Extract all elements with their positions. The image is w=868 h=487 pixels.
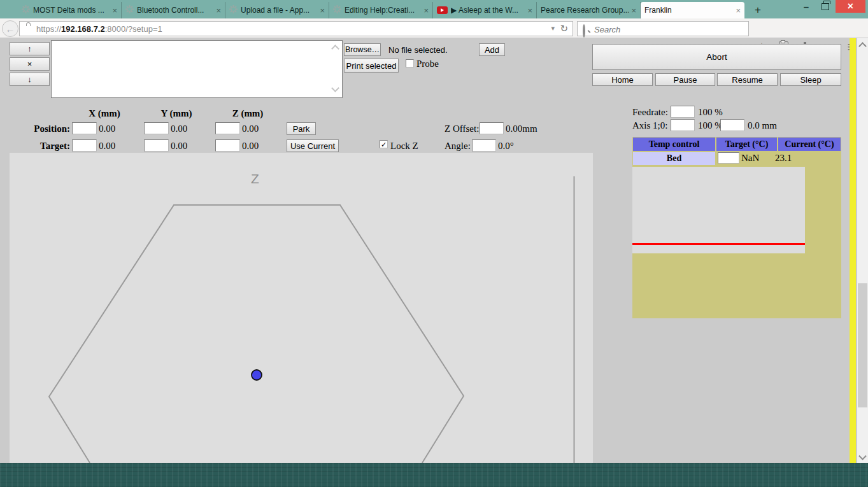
tab-franklin-active[interactable]: Franklin × bbox=[641, 2, 744, 18]
window-restore-button[interactable] bbox=[816, 0, 834, 13]
target-z-value: 0.00 bbox=[242, 141, 259, 152]
position-dot bbox=[252, 370, 262, 380]
loading-spinner-icon bbox=[22, 5, 30, 15]
back-button[interactable]: ← bbox=[2, 20, 18, 37]
park-button[interactable]: Park bbox=[287, 122, 316, 135]
target-y-input[interactable] bbox=[144, 139, 169, 152]
bed-view-canvas[interactable] bbox=[10, 153, 593, 463]
tab-editing-help[interactable]: Editing Help:Creati... × bbox=[329, 2, 433, 18]
target-x-input[interactable] bbox=[72, 139, 97, 152]
url-scheme: https:// bbox=[36, 24, 61, 34]
tab-close-icon[interactable]: × bbox=[423, 6, 429, 15]
temperature-graph-line bbox=[632, 243, 805, 245]
axis-percent-value: 100 % bbox=[698, 120, 723, 131]
position-x-input[interactable] bbox=[72, 122, 97, 134]
file-status-text: No file selected. bbox=[388, 45, 448, 55]
loading-spinner-icon bbox=[333, 5, 341, 15]
tab-close-icon[interactable]: × bbox=[736, 6, 741, 15]
url-bar[interactable]: https://192.168.7.2:8000/?setup=1 ▾ ↻ bbox=[19, 21, 573, 36]
tab-upload-a-file[interactable]: Upload a file - App... × bbox=[225, 2, 329, 18]
tab-bluetooth-controller[interactable]: Bluetooth Controll... × bbox=[122, 2, 225, 18]
position-y-input[interactable] bbox=[144, 122, 169, 134]
angle-label: Angle: bbox=[445, 141, 471, 152]
browser-tab-bar: MOST Delta mods ... × Bluetooth Controll… bbox=[0, 0, 868, 18]
reload-icon[interactable]: ↻ bbox=[560, 23, 568, 34]
feedrate-label: Feedrate: bbox=[632, 107, 668, 118]
axis-percent-input[interactable] bbox=[671, 119, 695, 131]
axis-mm-value: 0.0 mm bbox=[748, 120, 777, 131]
new-tab-button[interactable]: + bbox=[750, 3, 765, 17]
tab-youtube-asleep-at-the-wheel[interactable]: ▶ Asleep at the W... × bbox=[433, 2, 537, 18]
window-minimize-button[interactable]: – bbox=[797, 0, 815, 13]
loading-spinner-icon bbox=[229, 5, 238, 15]
scrollbar-down-icon[interactable] bbox=[858, 452, 867, 460]
tab-title: Bluetooth Controll... bbox=[137, 6, 213, 15]
feedrate-input[interactable] bbox=[671, 106, 695, 118]
angle-input[interactable] bbox=[472, 139, 496, 152]
sleep-button[interactable]: Sleep bbox=[780, 73, 841, 86]
z-offset-input[interactable] bbox=[480, 122, 504, 134]
abort-button[interactable]: Abort bbox=[592, 44, 841, 70]
tab-close-icon[interactable]: × bbox=[631, 6, 636, 15]
tab-close-icon[interactable]: × bbox=[216, 6, 221, 15]
temp-row-bed-label: Bed bbox=[633, 152, 715, 165]
lock-z-checkbox[interactable]: ✓ bbox=[380, 140, 388, 148]
home-button[interactable]: Home bbox=[592, 73, 653, 86]
resume-button[interactable]: Resume bbox=[717, 73, 778, 86]
url-text: https://192.168.7.2:8000/?setup=1 bbox=[36, 24, 162, 34]
tab-most-delta-mods[interactable]: MOST Delta mods ... × bbox=[18, 2, 122, 18]
queue-remove-button[interactable]: × bbox=[10, 57, 50, 71]
position-z-value: 0.00 bbox=[242, 124, 259, 134]
page-scrollbar[interactable] bbox=[857, 38, 868, 463]
column-header-z: Z (mm) bbox=[232, 108, 264, 119]
tab-pearce-research-group[interactable]: Pearce Research Group... × bbox=[537, 2, 641, 18]
url-dropdown-icon[interactable]: ▾ bbox=[551, 24, 555, 32]
tab-close-icon[interactable]: × bbox=[112, 6, 117, 15]
loading-spinner-icon bbox=[125, 5, 134, 15]
add-button[interactable]: Add bbox=[479, 43, 505, 56]
z-offset-value: 0.00mm bbox=[506, 124, 537, 134]
temp-header-current: Current (°C) bbox=[778, 138, 841, 151]
position-label: Position: bbox=[19, 124, 70, 134]
print-selected-button[interactable]: Print selected bbox=[344, 59, 399, 73]
temp-header-target: Target (°C) bbox=[716, 138, 777, 151]
job-queue-listbox[interactable] bbox=[51, 40, 343, 98]
url-host: 192.168.7.2 bbox=[61, 24, 105, 34]
scrollbar-up-icon[interactable] bbox=[858, 42, 867, 50]
axis-mm-input[interactable] bbox=[720, 119, 744, 131]
listbox-scroll-down-icon[interactable] bbox=[331, 84, 339, 92]
tab-close-icon[interactable]: × bbox=[527, 6, 532, 15]
listbox-scroll-up-icon[interactable] bbox=[331, 45, 339, 53]
pause-button[interactable]: Pause bbox=[655, 73, 715, 86]
target-z-input[interactable] bbox=[215, 139, 240, 152]
bed-hexagon-outline bbox=[49, 205, 464, 463]
queue-move-down-button[interactable]: ↓ bbox=[10, 73, 50, 86]
column-header-x: X (mm) bbox=[89, 108, 120, 119]
url-path: :8000/?setup=1 bbox=[105, 24, 162, 34]
close-icon: × bbox=[848, 1, 853, 12]
queue-move-up-button[interactable]: ↑ bbox=[10, 42, 50, 55]
use-current-button[interactable]: Use Current bbox=[287, 139, 339, 152]
bed-target-temp-value: NaN bbox=[741, 153, 759, 164]
browse-button[interactable]: Browse… bbox=[344, 43, 381, 56]
feedrate-value: 100 % bbox=[698, 107, 723, 118]
scrollbar-thumb[interactable] bbox=[858, 283, 867, 407]
search-box[interactable] bbox=[577, 21, 749, 36]
search-input[interactable] bbox=[593, 23, 742, 36]
tab-title: Upload a file - App... bbox=[241, 6, 317, 15]
tab-title: MOST Delta mods ... bbox=[33, 6, 110, 15]
lock-z-label: Lock Z bbox=[390, 141, 418, 152]
probe-checkbox[interactable] bbox=[406, 59, 414, 67]
tab-close-icon[interactable]: × bbox=[320, 6, 325, 15]
browser-navigation-bar: ← https://192.168.7.2:8000/?setup=1 ▾ ↻ … bbox=[0, 18, 868, 38]
temp-header-control: Temp control bbox=[633, 138, 715, 151]
bed-target-temp-input[interactable] bbox=[718, 152, 739, 164]
angle-value: 0.0° bbox=[498, 141, 514, 152]
youtube-icon bbox=[437, 6, 448, 14]
window-close-button[interactable]: × bbox=[836, 0, 865, 13]
target-x-value: 0.00 bbox=[99, 141, 115, 152]
target-y-value: 0.00 bbox=[171, 141, 187, 152]
z-axis-label: Z bbox=[251, 171, 259, 187]
z-offset-label: Z Offset: bbox=[445, 124, 479, 134]
position-z-input[interactable] bbox=[215, 122, 240, 134]
